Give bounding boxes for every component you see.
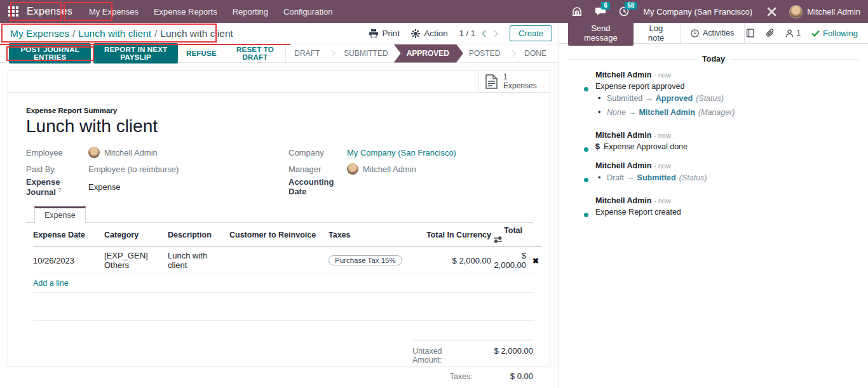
state-submitted[interactable]: SUBMITTED bbox=[336, 44, 396, 63]
form-view: 1 Expenses Expense Report Summary Lunch … bbox=[0, 63, 559, 369]
message-approved: Mitchell Admin - now Expense report appr… bbox=[567, 70, 862, 122]
state-approved[interactable]: APPROVED bbox=[394, 44, 463, 63]
check-icon bbox=[811, 30, 820, 37]
paid-by-value[interactable]: Employee (to reimburse) bbox=[88, 164, 179, 174]
print-button[interactable]: Print bbox=[369, 29, 400, 38]
cell-total-in-currency[interactable]: $ 2,000.00 bbox=[424, 247, 494, 274]
field-employee: Employee Mitchell Admin bbox=[26, 144, 280, 161]
breadcrumb-lunch-with-client[interactable]: Lunch with client bbox=[78, 28, 151, 39]
tab-expense[interactable]: Expense bbox=[34, 206, 86, 224]
document-icon bbox=[485, 74, 498, 89]
cell-taxes[interactable]: Purchase Tax 15% bbox=[329, 247, 424, 274]
menu-reporting[interactable]: Reporting bbox=[225, 0, 276, 23]
debug-tools-icon[interactable] bbox=[762, 0, 781, 23]
stat-label: Expenses bbox=[503, 81, 537, 90]
manager-avatar bbox=[347, 163, 358, 175]
followers-button[interactable]: 1 bbox=[785, 29, 801, 37]
cell-category[interactable]: [EXP_GEN] Others bbox=[104, 247, 168, 274]
storefront-icon[interactable] bbox=[567, 0, 587, 23]
pager-next-icon[interactable] bbox=[493, 30, 498, 37]
paperclip-icon[interactable] bbox=[766, 29, 775, 38]
add-a-line-link[interactable]: Add a line bbox=[33, 274, 534, 293]
cell-description[interactable]: Lunch with client bbox=[168, 247, 229, 274]
tax-tag[interactable]: Purchase Tax 15% bbox=[329, 255, 402, 265]
user-avatar bbox=[789, 5, 803, 18]
report-in-next-payslip-button[interactable]: REPORT IN NEXT PAYSLIP bbox=[93, 43, 178, 64]
app-name[interactable]: Expenses bbox=[27, 6, 72, 17]
manager-value: Mitchell Admin bbox=[363, 164, 416, 174]
col-taxes[interactable]: Taxes bbox=[329, 223, 424, 247]
main-panel: My Expenses/Lunch with client/Lunch with… bbox=[0, 23, 559, 388]
state-done[interactable]: DONE bbox=[516, 44, 555, 63]
status-pipeline: DRAFT SUBMITTED APPROVED POSTED DONE bbox=[285, 44, 559, 63]
empty-list-area bbox=[33, 293, 534, 321]
expenses-stat-button[interactable]: 1 Expenses bbox=[478, 70, 550, 92]
followers-count: 1 bbox=[796, 29, 801, 37]
employee-avatar bbox=[88, 147, 100, 158]
cell-customer-to-reinvoice[interactable] bbox=[229, 247, 329, 274]
apps-grid-icon[interactable] bbox=[5, 3, 22, 20]
send-message-button[interactable]: Send message bbox=[568, 20, 634, 46]
printer-icon bbox=[369, 29, 378, 38]
company-switcher[interactable]: My Company (San Francisco) bbox=[643, 7, 752, 17]
field-manager: Manager Mitchell Admin bbox=[288, 161, 542, 177]
user-menu[interactable]: Mitchell Admin bbox=[789, 5, 860, 18]
cell-expense-date[interactable]: 10/26/2023 bbox=[33, 247, 104, 274]
state-draft[interactable]: DRAFT bbox=[286, 44, 328, 63]
action-button[interactable]: Action bbox=[411, 29, 448, 38]
state-posted[interactable]: POSTED bbox=[461, 44, 508, 63]
log-note-button[interactable]: Log note bbox=[634, 20, 679, 46]
adjust-columns-icon[interactable] bbox=[494, 236, 526, 243]
help-icon[interactable]: ? bbox=[58, 187, 62, 193]
col-category[interactable]: Category bbox=[104, 223, 168, 247]
message-body: Expense Approval done bbox=[604, 142, 688, 151]
breadcrumb-my-expenses[interactable]: My Expenses bbox=[10, 28, 69, 39]
online-status-dot bbox=[583, 86, 590, 93]
activities-button[interactable]: Activities bbox=[682, 29, 743, 37]
cell-total[interactable]: $ 2,000.00 bbox=[494, 247, 529, 274]
refuse-button[interactable]: REFUSE bbox=[180, 47, 222, 60]
message-submitted: Mitchell Admin - now Draft→Submitted(Sta… bbox=[567, 161, 862, 187]
arrow-icon: → bbox=[642, 94, 656, 103]
activities-clock-icon[interactable]: 58 bbox=[614, 0, 634, 23]
field-group: Employee Mitchell Admin Paid By Employee… bbox=[26, 144, 533, 197]
col-customer-to-reinvoice[interactable]: Customer to Reinvoice bbox=[229, 223, 329, 247]
field-expense-journal: Expense Journal ? Expense bbox=[26, 177, 280, 197]
message-time: - now bbox=[654, 131, 671, 139]
col-total-in-currency[interactable]: Total In Currency bbox=[424, 223, 494, 247]
col-description[interactable]: Description bbox=[168, 223, 229, 247]
arrow-icon: → bbox=[626, 108, 639, 117]
state-separator-icon bbox=[329, 50, 336, 57]
report-title[interactable]: Lunch with client bbox=[26, 116, 533, 137]
message-author[interactable]: Mitchell Admin bbox=[595, 70, 651, 79]
main-menu: My Expenses Expense Reports Reporting Co… bbox=[81, 0, 340, 23]
pager: 1 / 1 bbox=[459, 29, 498, 38]
messages-icon[interactable]: 6 bbox=[591, 0, 610, 23]
message-author[interactable]: Mitchell Admin bbox=[595, 161, 651, 170]
following-button[interactable]: Following bbox=[811, 29, 858, 38]
messages-book-icon[interactable] bbox=[746, 29, 755, 37]
post-journal-entries-button[interactable]: POST JOURNAL ENTRIES bbox=[9, 43, 91, 64]
col-expense-date[interactable]: Expense Date bbox=[33, 223, 104, 247]
create-button[interactable]: Create bbox=[510, 25, 552, 41]
taxes-value: $ 0.00 bbox=[473, 371, 533, 381]
delete-line-icon[interactable]: ✖ bbox=[532, 257, 539, 265]
reset-to-draft-button[interactable]: RESET TO DRAFT bbox=[225, 43, 285, 64]
taxes-row: Taxes: $ 0.00 bbox=[412, 371, 533, 381]
message-author[interactable]: Mitchell Admin bbox=[595, 196, 651, 205]
state-separator-icon bbox=[509, 50, 516, 57]
expense-line-row[interactable]: 10/26/2023 [EXP_GEN] Others Lunch with c… bbox=[33, 247, 541, 274]
gear-icon bbox=[411, 29, 420, 38]
menu-my-expenses[interactable]: My Expenses bbox=[81, 0, 146, 23]
col-total[interactable]: Total bbox=[494, 223, 529, 247]
tracking-values: Submitted→Approved(Status) None→Mitchell… bbox=[595, 94, 735, 117]
breadcrumb: My Expenses/Lunch with client/Lunch with… bbox=[10, 28, 233, 39]
menu-configuration[interactable]: Configuration bbox=[276, 0, 340, 23]
odoo-expenses-page: Expenses My Expenses Expense Reports Rep… bbox=[0, 0, 868, 388]
message-author[interactable]: Mitchell Admin bbox=[595, 131, 651, 140]
pager-previous-icon[interactable] bbox=[482, 30, 487, 37]
menu-expense-reports[interactable]: Expense Reports bbox=[146, 0, 225, 23]
company-value[interactable]: My Company (San Francisco) bbox=[347, 148, 456, 157]
online-status-dot bbox=[583, 211, 590, 218]
expense-journal-value[interactable]: Expense bbox=[88, 182, 121, 192]
